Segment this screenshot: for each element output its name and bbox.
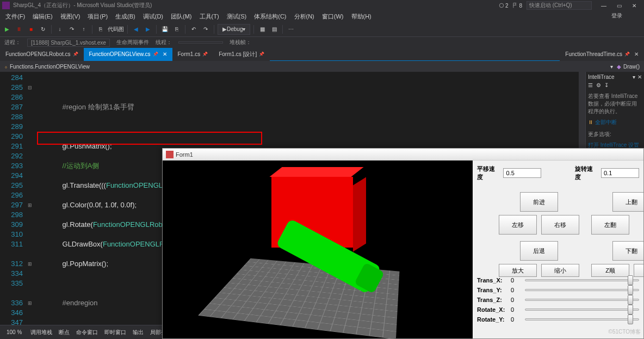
menu-window[interactable]: 窗口(W) (319, 11, 347, 22)
tab-form1[interactable]: Form1.cs📌 (172, 48, 214, 61)
rot-speed-input[interactable] (601, 168, 639, 178)
quick-launch-input[interactable]: 快速启动 (Ctrl+Q) (527, 1, 592, 10)
pause-icon[interactable]: ⏸ (14, 24, 24, 34)
menu-edit[interactable]: 编辑(E) (29, 11, 56, 22)
scroll-icon[interactable]: ↧ (604, 82, 609, 88)
form1-titlebar[interactable]: Form1 (163, 149, 643, 161)
zshun-button[interactable]: Z顺 (591, 264, 629, 277)
break-all-link[interactable]: ⏸ 全部中断 (588, 119, 642, 126)
step-out-icon[interactable]: ↑ (79, 24, 89, 34)
opengl-canvas[interactable] (163, 161, 473, 338)
close-icon[interactable]: ✕ (634, 51, 639, 57)
menu-project[interactable]: 项目(P) (84, 11, 111, 22)
trans-speed-label: 平移速度 (477, 165, 500, 181)
debug-config[interactable]: ▶ Debug ▾ (218, 24, 250, 35)
step-into-icon[interactable]: ↓ (55, 24, 65, 34)
pin-icon[interactable]: 📌 (259, 52, 264, 57)
restart-icon[interactable]: ↻ (38, 24, 48, 34)
svg-point-0 (499, 3, 504, 8)
trans-speed-input[interactable] (503, 168, 541, 178)
status-cmdwin[interactable]: 命令窗口 (76, 329, 98, 336)
minimize-button[interactable]: — (596, 0, 611, 11)
slider-transy-track[interactable] (525, 289, 639, 291)
menu-tools[interactable]: 工具(T) (196, 11, 222, 22)
left-button[interactable]: 左移 (499, 215, 537, 235)
fold-gutter[interactable]: ⊟⊞⊞⊞⊟ (26, 72, 34, 325)
highlight-box (37, 132, 262, 145)
slider-transz-track[interactable] (525, 299, 639, 301)
maximize-button[interactable]: ▭ (611, 0, 627, 11)
watermark: ©51CTO博客 (609, 328, 641, 336)
status-callstack[interactable]: 调用堆栈 (30, 329, 52, 336)
breadcrumb-method[interactable]: Draw() (623, 64, 640, 70)
form1-window[interactable]: Form1 平移速度 旋转速度 前进 左移 右移 (162, 148, 644, 339)
slider-roty-track[interactable] (525, 318, 639, 320)
process-value: [11888] SharpGL_1.vshost.exe (27, 39, 110, 47)
menu-arch[interactable]: 体系结构(C) (251, 11, 289, 22)
menu-team[interactable]: 团队(M) (168, 11, 195, 22)
lifecycle-label[interactable]: 生命周期事件 (116, 39, 149, 46)
slider-transx-track[interactable] (525, 279, 639, 281)
panel-menu-icon[interactable]: ▾ (633, 74, 635, 80)
tab-view[interactable]: FunctionOPENGLView.cs📌✕ (84, 48, 172, 61)
redo-icon[interactable]: ↷ (201, 24, 210, 34)
close-button[interactable]: ✕ (627, 0, 642, 11)
right-button[interactable]: 右移 (541, 215, 579, 235)
pin-icon[interactable]: 📌 (73, 52, 78, 57)
pin-icon[interactable]: 📌 (153, 52, 158, 57)
step-over-icon[interactable]: ↷ (67, 24, 77, 34)
misc-icon[interactable]: ⋯ (286, 24, 296, 34)
leftflip-button[interactable]: 左翻 (591, 215, 629, 235)
continue-icon[interactable]: ▶ (2, 24, 12, 34)
notif-badge[interactable]: 2 (499, 3, 509, 9)
zni-button[interactable]: Z逆 (634, 264, 643, 277)
zoom-display[interactable]: 100 % (4, 328, 24, 336)
slider-roty: Rotate_Y:0 (477, 316, 639, 323)
zoomin-button[interactable]: 放大 (499, 264, 537, 277)
code-icon[interactable]: ⎘ (96, 24, 106, 34)
upflip-button[interactable]: 上翻 (612, 192, 643, 212)
stop-icon[interactable]: ■ (26, 24, 36, 34)
layout2-icon[interactable]: ▤ (269, 24, 279, 34)
login-link[interactable]: 登录 (611, 12, 622, 20)
nav-back-icon[interactable]: ◀ (131, 24, 141, 34)
status-immediate[interactable]: 即时窗口 (104, 329, 126, 336)
status-output[interactable]: 输出 (133, 329, 144, 336)
menu-view[interactable]: 视图(V) (57, 11, 84, 22)
undo-icon[interactable]: ↶ (189, 24, 199, 34)
pin-icon[interactable]: 📌 (202, 52, 208, 57)
nav-fwd-icon[interactable]: ▶ (143, 24, 153, 34)
menu-test[interactable]: 测试(S) (224, 11, 250, 22)
menu-debug[interactable]: 调试(D) (140, 11, 166, 22)
menu-help[interactable]: 帮助(H) (348, 11, 375, 22)
slider-rotx-track[interactable] (525, 309, 639, 311)
tab-threadtime[interactable]: FunctionThreadTime.cs📌✕ (560, 48, 644, 61)
layout-icon[interactable]: ▦ (257, 24, 267, 34)
forward-button[interactable]: 前进 (520, 192, 558, 212)
menu-file[interactable]: 文件(F) (2, 11, 28, 22)
pin-icon[interactable]: 📌 (624, 52, 630, 57)
form1-title-text: Form1 (176, 151, 193, 158)
thread-value[interactable] (178, 41, 223, 44)
close-icon[interactable]: ✕ (163, 51, 167, 57)
panel-close-icon[interactable]: ✕ (637, 74, 642, 80)
line-gutter: 2842852862872882892902912922932942952962… (0, 72, 26, 325)
save-icon[interactable]: 💾 (160, 24, 170, 34)
flag-badge[interactable]: 8 (512, 3, 522, 9)
tab-form1-design[interactable]: Form1.cs [设计]📌 (213, 48, 270, 61)
status-breakpoints[interactable]: 断点 (59, 329, 70, 336)
thread-label: 线程： (156, 39, 172, 46)
3d-scene (206, 237, 429, 339)
zoomout-button[interactable]: 缩小 (541, 264, 579, 277)
list-icon[interactable]: ☰ (588, 82, 593, 88)
control-panel: 平移速度 旋转速度 前进 左移 右移 后退 放大 缩小 上翻 左翻 (473, 161, 643, 338)
tab-robot[interactable]: FunctionOPENGLRobot.cs📌 (0, 48, 84, 61)
downflip-button[interactable]: 下翻 (612, 241, 643, 261)
menu-analyze[interactable]: 分析(N) (291, 11, 318, 22)
menu-build[interactable]: 生成(B) (112, 11, 139, 22)
breadcrumb-dropdown[interactable]: ▾ (608, 64, 615, 70)
filter-icon[interactable]: ⚙ (596, 82, 601, 88)
breadcrumb-class[interactable]: Functions.FunctionOPENGLView (10, 64, 90, 70)
saveall-icon[interactable]: ⎘ (172, 24, 182, 34)
back-button[interactable]: 后退 (520, 241, 558, 261)
